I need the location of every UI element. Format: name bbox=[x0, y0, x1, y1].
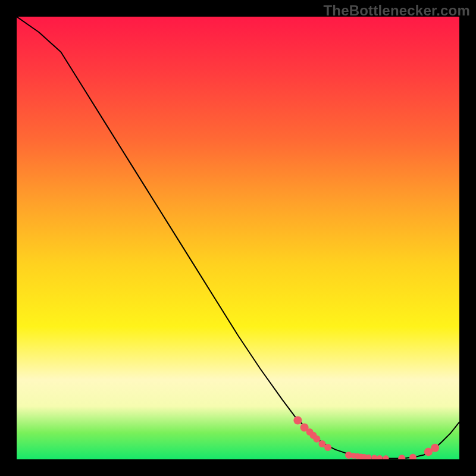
curve-marker bbox=[383, 455, 389, 459]
curve-markers bbox=[293, 416, 439, 460]
curve-marker bbox=[324, 444, 331, 451]
curve-marker bbox=[398, 455, 405, 459]
watermark-text: TheBottlenecker.com bbox=[323, 2, 470, 19]
chart-frame: TheBottlenecker.com bbox=[0, 0, 476, 476]
curve-marker bbox=[313, 436, 320, 443]
plot-area bbox=[17, 17, 459, 459]
curve-marker bbox=[409, 454, 416, 459]
curve-marker bbox=[431, 444, 439, 452]
curve-layer bbox=[17, 17, 459, 459]
curve-marker bbox=[371, 455, 377, 459]
curve-marker bbox=[377, 455, 383, 459]
curve-marker bbox=[293, 416, 302, 425]
bottleneck-curve bbox=[17, 17, 459, 459]
